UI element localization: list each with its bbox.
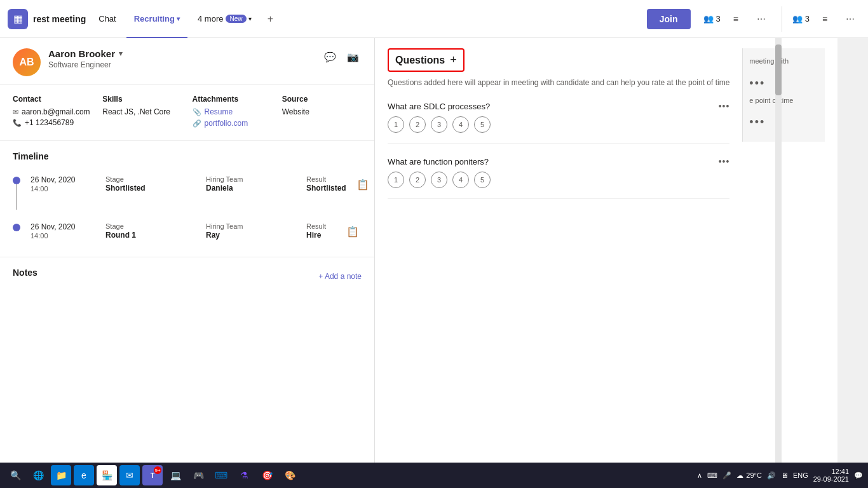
timeline-doc-icon[interactable]: 📋 xyxy=(356,175,369,193)
tab-chat-label: Chat xyxy=(98,14,116,24)
taskbar-expand-icon[interactable]: ∧ xyxy=(697,471,702,480)
join-button[interactable]: Join xyxy=(647,9,691,29)
rating-1-button-2[interactable]: 1 xyxy=(388,172,404,188)
far-right-text-1: meeting with xyxy=(749,56,818,67)
rating-5-button-2[interactable]: 5 xyxy=(474,172,491,188)
skills-label: Skills xyxy=(102,95,182,104)
taskbar-mic-icon[interactable]: 🎤 xyxy=(722,471,731,480)
taskbar-app1-icon[interactable]: 🎮 xyxy=(188,465,208,485)
far-right-dots-2: ••• xyxy=(749,116,818,129)
rating-2-button-2[interactable]: 2 xyxy=(409,172,426,188)
skills-group: Skills React JS, .Net Core xyxy=(102,95,182,130)
candidate-role: Software Engineer xyxy=(48,60,313,69)
app-icon: ▦ xyxy=(8,9,28,29)
more-options-button[interactable]: ⋯ xyxy=(751,9,771,29)
time-display: 12:41 xyxy=(813,468,849,475)
rating-5-button[interactable]: 5 xyxy=(474,116,491,133)
taskbar-teams-icon[interactable]: T 9+ xyxy=(142,465,163,485)
add-note-button[interactable]: + Add a note xyxy=(318,272,362,281)
taskbar-app2-icon[interactable]: 🎯 xyxy=(257,465,277,485)
candidate-info: Aaron Brooker ▾ Software Engineer xyxy=(48,48,313,69)
weather-icon: ☁ xyxy=(736,471,743,480)
taskbar-virtualbox-icon[interactable]: 💻 xyxy=(165,465,186,485)
rating-1-button[interactable]: 1 xyxy=(388,116,404,133)
timeline-title: Timeline xyxy=(13,151,362,161)
timeline-item: 26 Nov, 2020 14:00 Stage Round 1 Hiring … xyxy=(13,216,362,247)
resume-link[interactable]: 📎 Resume xyxy=(193,107,272,116)
phone-icon: 📞 xyxy=(13,119,22,127)
questions-panel: Questions + Questions added here will ap… xyxy=(375,38,837,463)
phone-item: 📞 +1 123456789 xyxy=(13,118,92,127)
add-question-button[interactable]: + xyxy=(450,53,457,67)
taskbar-lang: ENG xyxy=(793,471,808,479)
question-menu-button-2[interactable]: ••• xyxy=(719,156,730,166)
timeline-team: Hiring Team Daniela xyxy=(206,175,301,193)
question-menu-button[interactable]: ••• xyxy=(719,101,730,111)
taskbar-display-icon[interactable]: 🖥 xyxy=(781,471,788,479)
far-right-text-2: e point of time xyxy=(749,95,818,106)
message-button[interactable]: 💬 xyxy=(321,48,339,66)
tab-more-label: 4 more xyxy=(198,14,223,24)
timeline-dot xyxy=(13,177,20,184)
timeline-result-value: Shortlisted xyxy=(306,184,346,193)
video-button[interactable]: 📷 xyxy=(344,48,362,66)
taskbar-mail-icon[interactable]: ✉ xyxy=(119,465,140,485)
timeline-content-2: 26 Nov, 2020 14:00 Stage Round 1 Hiring … xyxy=(31,222,334,240)
tab-recruiting[interactable]: Recruiting ▾ xyxy=(126,0,187,38)
taskbar-app3-icon[interactable]: 🎨 xyxy=(280,465,300,485)
taskbar-file-icon[interactable]: 📁 xyxy=(51,465,71,485)
rating-3-button[interactable]: 3 xyxy=(431,116,447,133)
notes-section: Notes + Add a note xyxy=(0,257,374,301)
notes-title: Notes xyxy=(13,268,37,278)
taskbar-chat-icon[interactable]: 💬 xyxy=(854,471,863,480)
timeline-stage-value-2: Round 1 xyxy=(105,231,136,240)
more-options-button-2[interactable]: ⋯ xyxy=(840,9,860,29)
new-badge: New xyxy=(226,15,246,23)
taskbar-volume-icon[interactable]: 🔊 xyxy=(767,471,776,480)
scroll-track[interactable] xyxy=(775,38,782,463)
header-actions: 💬 📷 xyxy=(321,48,362,66)
timeline-date: 26 Nov, 2020 14:00 xyxy=(31,175,100,193)
taskbar-edge-icon[interactable]: e xyxy=(74,465,94,485)
info-section: Contact ✉ aaron.b@gmail.com 📞 +1 1234567… xyxy=(0,85,374,141)
right-panel-wrapper: Questions + Questions added here will ap… xyxy=(375,38,868,463)
taskbar-keyboard-icon[interactable]: ⌨ xyxy=(707,471,717,480)
email-icon: ✉ xyxy=(13,108,18,116)
taskbar-store-icon[interactable]: 🏪 xyxy=(97,465,117,485)
rating-4-button[interactable]: 4 xyxy=(452,116,469,133)
taskbar-browser-icon[interactable]: 🌐 xyxy=(28,465,48,485)
list-view-button[interactable]: ≡ xyxy=(726,9,746,29)
timeline-team-2: Hiring Team Ray xyxy=(206,222,301,240)
add-tab-button[interactable]: + xyxy=(262,10,280,28)
chevron-down-icon-candidate[interactable]: ▾ xyxy=(119,50,123,58)
taskbar-vscode-icon[interactable]: ⌨ xyxy=(211,465,231,485)
tab-more[interactable]: 4 more New ▾ xyxy=(190,0,259,38)
taskbar-search-icon[interactable]: 🔍 xyxy=(5,465,25,485)
top-bar-icons: 👥 3 ≡ ⋯ 👥 3 ≡ ⋯ xyxy=(703,6,860,32)
notes-header: Notes + Add a note xyxy=(13,268,362,285)
participants-icon: 👥 xyxy=(703,14,714,24)
main-layout: AB Aaron Brooker ▾ Software Engineer 💬 📷… xyxy=(0,38,868,463)
contact-group: Contact ✉ aaron.b@gmail.com 📞 +1 1234567… xyxy=(13,95,92,130)
timeline-doc-icon-2[interactable]: 📋 xyxy=(344,222,362,240)
source-label: Source xyxy=(282,95,362,104)
timeline-result: Result Shortlisted xyxy=(306,175,346,193)
chevron-down-icon: ▾ xyxy=(177,15,180,22)
resume-label: Resume xyxy=(205,107,233,116)
email-item: ✉ aaron.b@gmail.com xyxy=(13,107,92,116)
tab-chat[interactable]: Chat xyxy=(91,0,123,38)
tab-recruiting-label: Recruiting xyxy=(134,14,175,24)
taskbar-visualstudio-icon[interactable]: ⚗ xyxy=(234,465,254,485)
rating-3-button-2[interactable]: 3 xyxy=(431,172,447,188)
scroll-thumb[interactable] xyxy=(775,44,782,95)
rating-2-button[interactable]: 2 xyxy=(409,116,426,133)
question-text: What are SDLC processes? xyxy=(388,102,490,111)
rating-row-2: 1 2 3 4 5 xyxy=(388,172,729,188)
timeline-line xyxy=(16,184,17,210)
portfolio-link[interactable]: 🔗 portfolio.com xyxy=(193,119,272,128)
contact-label: Contact xyxy=(13,95,92,104)
list-view-button-2[interactable]: ≡ xyxy=(815,9,835,29)
participants-count-2: 3 xyxy=(805,14,810,24)
rating-row: 1 2 3 4 5 xyxy=(388,116,729,133)
rating-4-button-2[interactable]: 4 xyxy=(452,172,469,188)
